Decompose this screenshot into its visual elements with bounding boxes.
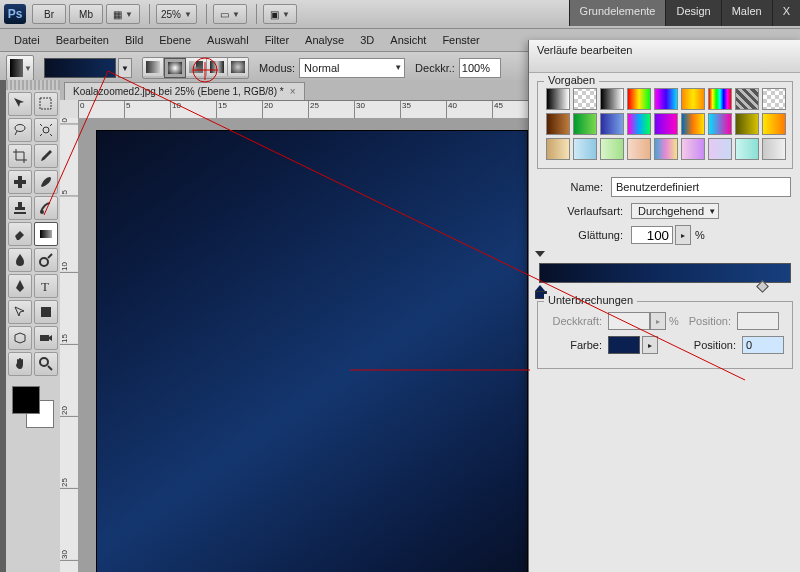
stop-color-picker-button[interactable]: ▸ — [642, 336, 658, 354]
3d-object-tool[interactable] — [8, 326, 32, 350]
zoom-tool[interactable] — [34, 352, 58, 376]
menu-analyse[interactable]: Analyse — [297, 31, 352, 49]
gradient-ramp-editor[interactable] — [539, 253, 791, 293]
arrange-docs-button[interactable]: ▭▼ — [213, 4, 247, 24]
menu-ebene[interactable]: Ebene — [151, 31, 199, 49]
menu-filter[interactable]: Filter — [257, 31, 297, 49]
menu-datei[interactable]: Datei — [6, 31, 48, 49]
stamp-tool[interactable] — [8, 196, 32, 220]
gradient-diamond-button[interactable] — [228, 58, 248, 76]
foreground-color-swatch[interactable] — [12, 386, 40, 414]
preset-swatch[interactable] — [546, 113, 570, 135]
shape-tool[interactable] — [34, 300, 58, 324]
eyedropper-tool[interactable] — [34, 144, 58, 168]
path-select-tool[interactable] — [8, 300, 32, 324]
crop-tool[interactable] — [8, 144, 32, 168]
move-tool[interactable] — [8, 92, 32, 116]
blur-tool[interactable] — [8, 248, 32, 272]
menu-ansicht[interactable]: Ansicht — [382, 31, 434, 49]
tool-preset-picker[interactable]: ▼ — [6, 55, 34, 81]
menu-3d[interactable]: 3D — [352, 31, 382, 49]
stops-legend: Unterbrechungen — [544, 294, 637, 306]
menu-fenster[interactable]: Fenster — [434, 31, 487, 49]
menu-bild[interactable]: Bild — [117, 31, 151, 49]
preset-swatch[interactable] — [735, 88, 759, 110]
gradient-ramp[interactable] — [539, 263, 791, 283]
screen-mode-button[interactable]: ▣▼ — [263, 4, 297, 24]
preset-swatch[interactable] — [600, 138, 624, 160]
preset-swatch[interactable] — [627, 138, 651, 160]
opacity-input[interactable]: 100% — [459, 58, 501, 78]
preset-swatch[interactable] — [627, 88, 651, 110]
gradient-angle-button[interactable] — [186, 58, 207, 76]
minibridge-button[interactable]: Mb — [69, 4, 103, 24]
preset-swatch[interactable] — [708, 88, 732, 110]
pen-tool[interactable] — [8, 274, 32, 298]
smoothness-input[interactable] — [631, 226, 673, 244]
3d-camera-tool[interactable] — [34, 326, 58, 350]
gradient-linear-button[interactable] — [143, 58, 164, 76]
preset-swatch[interactable] — [654, 138, 678, 160]
gradient-reflected-button[interactable] — [207, 58, 228, 76]
preset-swatch[interactable] — [573, 88, 597, 110]
marquee-tool[interactable] — [34, 92, 58, 116]
document-tab[interactable]: Koalazoomed2.jpg bei 25% (Ebene 1, RGB/8… — [64, 82, 305, 100]
workspace-tab-design[interactable]: Design — [665, 0, 720, 26]
tools-panel-grip[interactable] — [6, 80, 60, 90]
quickselect-tool[interactable] — [34, 118, 58, 142]
preset-swatch[interactable] — [735, 113, 759, 135]
workspace-tab-grundelemente[interactable]: Grundelemente — [569, 0, 666, 26]
preset-swatch[interactable] — [627, 113, 651, 135]
dodge-tool[interactable] — [34, 248, 58, 272]
gradient-tool[interactable] — [34, 222, 58, 246]
preset-swatch[interactable] — [654, 113, 678, 135]
viewmode-button[interactable]: ▦▼ — [106, 4, 140, 24]
gradient-name-input[interactable]: Benutzerdefiniert — [611, 177, 791, 197]
preset-swatch[interactable] — [573, 138, 597, 160]
type-tool[interactable]: T — [34, 274, 58, 298]
preset-swatch[interactable] — [600, 113, 624, 135]
stop-color-swatch[interactable] — [608, 336, 640, 354]
preset-swatch[interactable] — [681, 138, 705, 160]
eraser-tool[interactable] — [8, 222, 32, 246]
workspace-tab-malen[interactable]: Malen — [721, 0, 772, 26]
zoom-level-dropdown[interactable]: 25%▼ — [156, 4, 197, 24]
gradient-preview[interactable] — [44, 58, 116, 78]
gradient-radial-button[interactable] — [164, 58, 186, 78]
preset-swatch[interactable] — [708, 138, 732, 160]
workspace-tab-more[interactable]: X — [772, 0, 800, 26]
zoom-value: 25% — [161, 9, 181, 20]
preset-swatch[interactable] — [708, 113, 732, 135]
close-tab-icon[interactable]: × — [290, 86, 296, 97]
brush-tool[interactable] — [34, 170, 58, 194]
menu-auswahl[interactable]: Auswahl — [199, 31, 257, 49]
percent-label: % — [695, 229, 705, 241]
history-brush-tool[interactable] — [34, 196, 58, 220]
smoothness-stepper[interactable]: ▸ — [675, 225, 691, 245]
ruler-tick: 0 — [78, 101, 84, 119]
preset-swatch[interactable] — [681, 88, 705, 110]
preset-swatch[interactable] — [573, 113, 597, 135]
blend-mode-combo[interactable]: Normal▼ — [299, 58, 405, 78]
bridge-button[interactable]: Br — [32, 4, 66, 24]
preset-swatch[interactable] — [654, 88, 678, 110]
gradient-picker-dropdown[interactable]: ▼ — [118, 58, 132, 78]
ruler-origin[interactable] — [60, 100, 79, 119]
menu-bearbeiten[interactable]: Bearbeiten — [48, 31, 117, 49]
preset-swatch[interactable] — [735, 138, 759, 160]
preset-swatch[interactable] — [681, 113, 705, 135]
hand-tool[interactable] — [8, 352, 32, 376]
preset-swatch[interactable] — [546, 88, 570, 110]
preset-swatch[interactable] — [762, 113, 786, 135]
opacity-stop[interactable] — [535, 251, 545, 261]
healing-tool[interactable] — [8, 170, 32, 194]
lasso-tool[interactable] — [8, 118, 32, 142]
preset-swatch[interactable] — [600, 88, 624, 110]
stop-position-input-2[interactable]: 0 — [742, 336, 784, 354]
svg-point-8 — [40, 258, 48, 266]
preset-swatch[interactable] — [762, 138, 786, 160]
svg-rect-0 — [40, 98, 51, 109]
preset-swatch[interactable] — [546, 138, 570, 160]
preset-swatch[interactable] — [762, 88, 786, 110]
gradient-type-combo[interactable]: Durchgehend▼ — [631, 203, 719, 219]
